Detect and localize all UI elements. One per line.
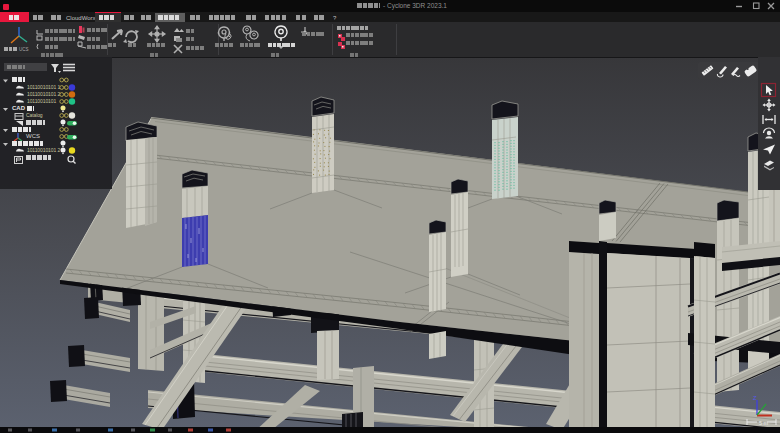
svg-text:5 m: 5 m [759, 420, 769, 426]
svg-text:Z: Z [753, 395, 757, 401]
